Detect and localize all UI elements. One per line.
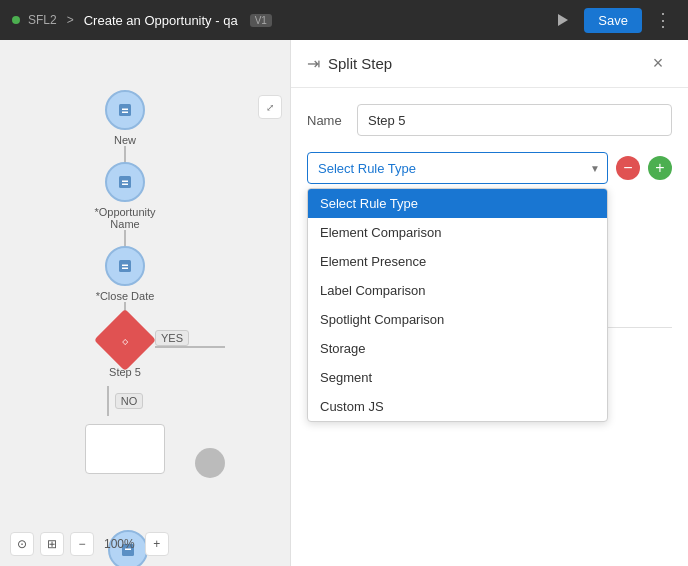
fit-icon: ⊙ [17, 537, 27, 551]
grid-button[interactable]: ⊞ [40, 532, 64, 556]
node-close-date[interactable]: *Close Date [96, 246, 155, 302]
add-rule-button[interactable]: + [648, 156, 672, 180]
flow-canvas[interactable]: ⤢ New *Opportunity Name [0, 40, 290, 566]
no-row: NO [107, 386, 144, 416]
rule-select-container: Select Rule Type ▼ Select Rule Type Elem… [307, 152, 608, 184]
fit-button[interactable]: ⊙ [10, 532, 34, 556]
node-label-new: New [114, 134, 136, 146]
rule-type-row: Select Rule Type ▼ Select Rule Type Elem… [307, 152, 672, 184]
connector-2 [124, 230, 126, 246]
main-layout: ⤢ New *Opportunity Name [0, 40, 688, 566]
yes-label: YES [155, 330, 189, 346]
node-circle-new [105, 90, 145, 130]
yes-connector [155, 346, 225, 348]
play-button[interactable] [548, 6, 576, 34]
grid-icon: ⊞ [47, 537, 57, 551]
select-value: Select Rule Type [318, 161, 416, 176]
node-circle-close-date [105, 246, 145, 286]
node-label-opportunity: *Opportunity Name [94, 206, 155, 230]
split-step-panel: ⇥ Split Step × Name Select Rule Type ▼ [290, 40, 688, 566]
dropdown-item-label-comparison[interactable]: Label Comparison [308, 276, 607, 305]
svg-rect-2 [122, 109, 128, 111]
dropdown-item-spotlight-comparison[interactable]: Spotlight Comparison [308, 305, 607, 334]
version-badge: V1 [250, 14, 272, 27]
svg-rect-5 [122, 181, 128, 183]
name-label: Name [307, 113, 357, 128]
close-panel-button[interactable]: × [644, 50, 672, 78]
breadcrumb-sfl2[interactable]: SFL2 [28, 13, 57, 27]
node-label-close-date: *Close Date [96, 290, 155, 302]
app-header: SFL2 > Create an Opportunity - qa V1 Sav… [0, 0, 688, 40]
dropdown-item-element-comparison[interactable]: Element Comparison [308, 218, 607, 247]
rule-type-select[interactable]: Select Rule Type [307, 152, 608, 184]
node-circle-opportunity [105, 162, 145, 202]
expand-symbol: ⤢ [266, 102, 274, 113]
connector-no [107, 386, 109, 416]
no-branch-box[interactable] [85, 424, 165, 474]
svg-rect-9 [122, 268, 128, 270]
zoom-percent: 100% [100, 537, 139, 551]
panel-body: Name Select Rule Type ▼ Select Rule Type… [291, 88, 688, 357]
panel-title: Split Step [328, 55, 644, 72]
svg-rect-3 [122, 112, 128, 114]
yes-branch-end [195, 448, 225, 478]
diamond-step5[interactable]: ⬦ [94, 309, 156, 371]
flow-nodes: New *Opportunity Name *Close Date [85, 40, 165, 474]
breadcrumb-chevron: > [67, 13, 74, 27]
status-dot [12, 16, 20, 24]
panel-header: ⇥ Split Step × [291, 40, 688, 88]
page-title: Create an Opportunity - qa [84, 13, 238, 28]
remove-rule-button[interactable]: − [616, 156, 640, 180]
no-label: NO [115, 393, 144, 409]
dropdown-item-custom-js[interactable]: Custom JS [308, 392, 607, 421]
name-input[interactable] [357, 104, 672, 136]
dropdown-item-element-presence[interactable]: Element Presence [308, 247, 607, 276]
canvas-controls: ⊙ ⊞ − 100% + [10, 532, 169, 556]
name-field-row: Name [307, 104, 672, 136]
dropdown-item-segment[interactable]: Segment [308, 363, 607, 392]
node-new[interactable]: New [105, 90, 145, 146]
zoom-in-button[interactable]: + [145, 532, 169, 556]
expand-icon[interactable]: ⤢ [258, 95, 282, 119]
svg-marker-0 [558, 14, 568, 26]
split-step-icon: ⇥ [307, 54, 320, 73]
svg-rect-6 [122, 184, 128, 186]
node-opportunity-name[interactable]: *Opportunity Name [94, 162, 155, 230]
dropdown-item-storage[interactable]: Storage [308, 334, 607, 363]
dropdown-item-select-rule-type[interactable]: Select Rule Type [308, 189, 607, 218]
more-menu-button[interactable]: ⋮ [650, 9, 676, 31]
diamond-icon: ⬦ [121, 332, 129, 348]
node-step5-container: ⬦ YES [103, 318, 147, 362]
svg-rect-8 [122, 265, 128, 267]
rule-type-dropdown: Select Rule Type Element Comparison Elem… [307, 188, 608, 422]
connector-1 [124, 146, 126, 162]
save-button[interactable]: Save [584, 8, 642, 33]
zoom-out-button[interactable]: − [70, 532, 94, 556]
